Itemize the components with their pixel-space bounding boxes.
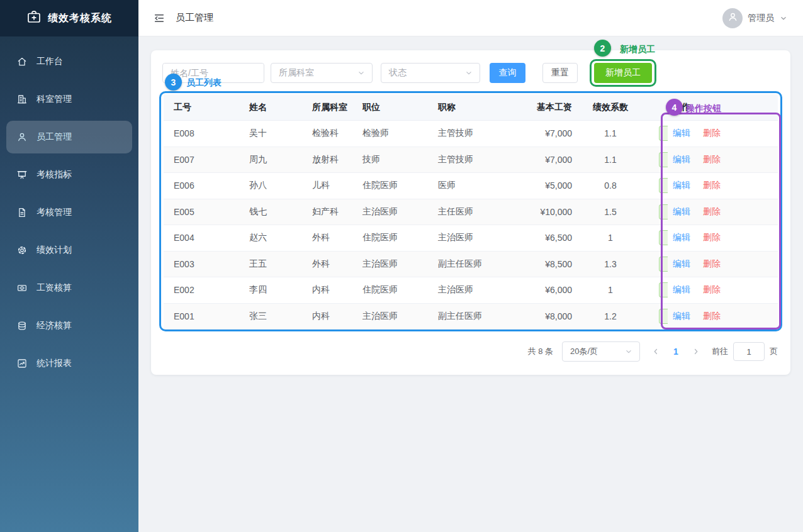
cell-base-salary: ¥5,000	[516, 180, 576, 191]
cell-status	[645, 121, 666, 147]
cell-title: 主治医师	[428, 284, 516, 296]
cell-base-salary: ¥7,000	[516, 155, 576, 165]
cell-status	[645, 252, 666, 277]
delete-link[interactable]: 删除	[703, 311, 721, 321]
goto-page-input[interactable]	[733, 342, 765, 361]
sidebar-item-label: 工资核算	[36, 282, 72, 294]
app-title: 绩效考核系统	[48, 12, 112, 25]
delete-link[interactable]: 删除	[703, 180, 721, 190]
cell-title: 医师	[428, 180, 516, 191]
cell-title: 主治医师	[428, 232, 516, 243]
cell-department: 检验科	[302, 128, 352, 139]
search-name-input[interactable]	[163, 64, 264, 82]
user-icon	[727, 11, 739, 25]
cell-actions: 编辑删除	[666, 206, 778, 218]
cell-base-salary: ¥6,000	[516, 285, 576, 295]
page-number-1[interactable]: 1	[669, 346, 683, 357]
column-header-coef: 绩效系数	[576, 102, 645, 113]
table-row: E006孙八儿科住院医师医师¥5,0000.8编辑删除	[164, 173, 778, 199]
delete-link[interactable]: 删除	[703, 258, 721, 269]
cell-base-salary: ¥8,000	[516, 311, 576, 321]
page-size-select[interactable]: 20条/页	[562, 341, 640, 362]
sidebar: 绩效考核系统 工作台科室管理员工管理考核指标考核管理绩效计划工资核算经济核算统计…	[0, 0, 138, 532]
edit-link[interactable]: 编辑	[673, 232, 690, 242]
add-employee-button[interactable]: 新增员工	[594, 63, 652, 83]
edit-link[interactable]: 编辑	[673, 284, 690, 294]
table-row: E005钱七妇产科主治医师主任医师¥10,0001.5编辑删除	[164, 199, 778, 226]
prev-page-button[interactable]	[649, 345, 663, 358]
delete-link[interactable]: 删除	[703, 128, 721, 138]
cell-actions: 编辑删除	[666, 232, 778, 243]
pagination-bar: 共 8 条 20条/页 1 前往 页	[528, 341, 778, 362]
column-header-status	[645, 94, 666, 120]
sidebar-item-department[interactable]: 科室管理	[6, 83, 132, 116]
cell-name: 钱七	[239, 206, 302, 218]
reset-button[interactable]: 重置	[542, 63, 578, 83]
sidebar-item-employee[interactable]: 员工管理	[6, 121, 132, 153]
status-tag-fragment	[659, 230, 668, 245]
cell-position: 检验师	[352, 128, 428, 139]
status-select[interactable]: 状态	[381, 63, 480, 83]
cell-department: 放射科	[302, 154, 352, 165]
department-select[interactable]: 所属科室	[271, 63, 373, 83]
edit-link[interactable]: 编辑	[673, 258, 690, 269]
edit-link[interactable]: 编辑	[673, 154, 690, 164]
table-row: E004赵六外科住院医师主治医师¥6,5001编辑删除	[164, 225, 778, 252]
cell-name: 李四	[239, 284, 302, 296]
edit-link[interactable]: 编辑	[673, 128, 690, 138]
sidebar-item-plan[interactable]: 绩效计划	[6, 234, 132, 267]
status-select-value: 状态	[389, 67, 407, 79]
cell-status	[645, 199, 666, 225]
next-page-button[interactable]	[689, 345, 703, 358]
sidebar-item-kpi[interactable]: 考核指标	[6, 158, 132, 191]
edit-link[interactable]: 编辑	[673, 180, 690, 190]
delete-link[interactable]: 删除	[703, 284, 721, 294]
cell-employee-id: E004	[164, 233, 239, 243]
chevron-down-icon	[624, 347, 633, 356]
column-header-action: 操作	[666, 102, 778, 113]
topbar: 员工管理 管理员	[138, 0, 803, 36]
cell-actions: 编辑删除	[666, 180, 778, 191]
cell-performance-coefficient: 1	[576, 285, 645, 295]
cell-status	[645, 173, 666, 199]
edit-link[interactable]: 编辑	[673, 206, 690, 216]
sidebar-item-workbench[interactable]: 工作台	[6, 45, 132, 78]
cell-actions: 编辑删除	[666, 284, 778, 296]
delete-link[interactable]: 删除	[703, 154, 721, 164]
delete-link[interactable]: 删除	[703, 232, 721, 242]
cell-department: 外科	[302, 232, 352, 243]
sidebar-item-salary[interactable]: 工资核算	[6, 272, 132, 304]
status-tag-fragment	[659, 309, 668, 324]
sidebar-item-economy[interactable]: 经济核算	[6, 309, 132, 342]
edit-link[interactable]: 编辑	[673, 311, 690, 321]
cell-base-salary: ¥6,500	[516, 233, 576, 243]
table-header-row: 工号 姓名 所属科室 职位 职称 基本工资 绩效系数 操作	[164, 94, 778, 121]
cell-status	[645, 225, 666, 251]
cell-base-salary: ¥8,500	[516, 259, 576, 269]
collapse-menu-icon[interactable]	[154, 13, 165, 24]
cell-position: 住院医师	[352, 232, 428, 243]
cell-employee-id: E001	[164, 311, 239, 321]
user-menu[interactable]: 管理员	[722, 8, 788, 28]
cell-name: 赵六	[239, 232, 302, 243]
sidebar-item-assessment[interactable]: 考核管理	[6, 196, 132, 229]
cell-title: 主任医师	[428, 206, 516, 218]
cell-title: 主管技师	[428, 154, 516, 165]
cell-employee-id: E003	[164, 259, 239, 269]
goto-label: 前往	[712, 346, 728, 357]
content-card: 所属科室 状态 查询 重置 新增员工 工号 姓名 所属科室 职位	[151, 50, 790, 375]
cell-position: 住院医师	[352, 284, 428, 296]
cell-employee-id: E005	[164, 207, 239, 217]
delete-link[interactable]: 删除	[703, 206, 721, 216]
pagination-total: 共 8 条	[528, 346, 553, 357]
sidebar-item-label: 经济核算	[36, 320, 72, 331]
sidebar-item-label: 科室管理	[36, 94, 72, 105]
search-button[interactable]: 查询	[490, 63, 525, 83]
sidebar-item-report[interactable]: 统计报表	[6, 347, 132, 380]
table-body: E008吴十检验科检验师主管技师¥7,0001.1编辑删除E007周九放射科技师…	[164, 121, 778, 330]
cell-position: 主治医师	[352, 206, 428, 218]
column-header-position: 职位	[352, 102, 428, 113]
trend-chart-icon	[16, 358, 28, 369]
status-tag-fragment	[659, 126, 668, 141]
page-unit-label: 页	[770, 346, 778, 357]
